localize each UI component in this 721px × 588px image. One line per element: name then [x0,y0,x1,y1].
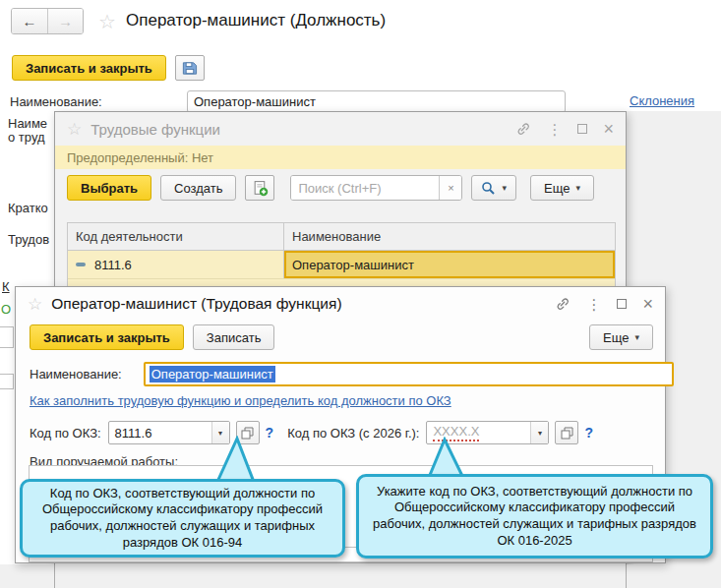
favorite-star-icon[interactable]: ☆ [28,294,42,315]
tooltip-arrow [211,436,261,485]
element-marker-icon [76,263,86,266]
search-box: × [290,175,462,201]
dropdown-caret-icon: ▾ [575,184,580,193]
create-copy-icon [252,180,269,197]
create-button[interactable]: Создать [160,175,236,201]
favorite-star-icon[interactable]: ☆ [98,10,116,33]
bg-field-fragment [0,374,14,389]
okz2026-tooltip: Укажите код по ОКЗ, соответствующий долж… [356,474,713,559]
dialog-title: Трудовые функции [90,121,220,138]
save-button[interactable]: Записать [193,324,275,350]
bg-fragment: К [2,279,10,294]
selected-text: Оператор-машинист [150,366,275,382]
table-header-row: Код деятельности Наименование [68,223,615,251]
bg-field-fragment [0,326,14,348]
table-row[interactable]: 8111.6 Оператор-машинист [68,251,615,278]
back-button[interactable]: ← [12,9,47,33]
column-header-name[interactable]: Наименование [284,223,615,250]
declensions-link[interactable]: Склонения [630,93,694,108]
copy-link-icon[interactable] [515,121,531,137]
help-icon[interactable]: ? [266,425,274,441]
main-name-label: Наименование: [10,94,102,109]
clear-x-icon: × [448,182,453,194]
okz-fields-row: Код по ОКЗ: 8111.6 ▾ ? Код по ОКЗ (с 202… [30,421,593,444]
search-clear-button[interactable]: × [439,176,461,200]
bg-fragment: Кратко [8,201,48,215]
function-dialog-titlebar: ☆ Оператор-машинист (Трудовая функция) ⋮… [16,287,665,321]
open-icon [561,427,573,440]
save-icon [181,60,198,77]
more-button[interactable]: Еще ▾ [589,324,653,350]
bg-fragment: О [1,302,11,317]
name-label: Наименование: [30,367,122,382]
more-button-label: Еще [603,330,629,345]
history-nav: ← → [11,8,84,34]
main-name-input[interactable] [187,90,566,113]
desktop-background [0,564,721,588]
column-header-code[interactable]: Код деятельности [68,223,284,250]
name-field-row: Наименование: Оператор-машинист [30,362,674,386]
okz-tooltip: Код по ОКЗ, соответствующий должности по… [20,479,345,558]
help-icon[interactable]: ? [584,425,593,441]
more-button[interactable]: Еще ▾ [530,175,594,201]
maximize-icon[interactable] [617,299,627,309]
functions-toolbar: Выбрать Создать × ▾ Еще ▾ [55,169,626,201]
how-to-fill-link[interactable]: Как заполнить трудовую функцию и определ… [30,393,451,408]
dialog-border-fragment [626,564,627,588]
more-menu-icon[interactable]: ⋮ [547,122,562,137]
create-by-copy-button[interactable] [245,175,274,201]
okz-label: Код по ОКЗ: [30,426,101,441]
search-menu-button[interactable]: ▾ [471,175,516,201]
save-and-close-button[interactable]: Записать и закрыть [12,55,166,81]
bg-fragment: о труд [8,130,45,145]
select-button[interactable]: Выбрать [67,175,151,201]
okz2026-open-button[interactable] [555,421,578,444]
cell-name-selected[interactable]: Оператор-машинист [284,251,615,278]
name-input-focused[interactable]: Оператор-машинист [144,362,674,386]
favorite-star-icon[interactable]: ☆ [67,119,82,140]
functions-table: Код деятельности Наименование 8111.6 Опе… [67,222,616,289]
more-menu-icon[interactable]: ⋮ [586,297,601,312]
search-icon [481,181,496,196]
okz2026-label: Код по ОКЗ (с 2026 г.): [287,426,419,441]
back-arrow-icon: ← [23,13,37,29]
dialog-border-fragment [54,564,55,588]
function-toolbar: Записать и закрыть Записать Еще ▾ [16,321,665,350]
more-button-label: Еще [544,181,570,196]
search-input[interactable] [291,176,439,200]
dropdown-caret-icon: ▾ [502,184,507,193]
forward-button[interactable]: → [47,9,83,33]
functions-dialog-titlebar: ☆ Трудовые функции ⋮ × [55,112,626,146]
dropdown-caret-icon[interactable]: ▾ [530,422,548,443]
close-icon[interactable]: × [603,120,614,138]
main-toolbar: Записать и закрыть [12,55,205,81]
bg-fragment: Наиме [8,116,47,131]
page-title: Оператор-машинист (Должность) [126,11,386,30]
save-button[interactable] [175,55,205,81]
forward-arrow-icon: → [58,13,73,29]
dialog-title: Оператор-машинист (Трудовая функция) [51,295,341,313]
okz-value: 8111.6 [109,422,211,443]
copy-link-icon[interactable] [555,296,571,312]
bg-fragment: Трудов [8,232,49,247]
maximize-icon[interactable] [577,124,587,134]
predefined-banner: Предопределенный: Нет [55,146,626,169]
cell-code: 8111.6 [94,258,132,272]
close-icon[interactable]: × [642,295,653,313]
save-and-close-button[interactable]: Записать и закрыть [30,324,184,350]
dropdown-caret-icon: ▾ [634,333,639,342]
